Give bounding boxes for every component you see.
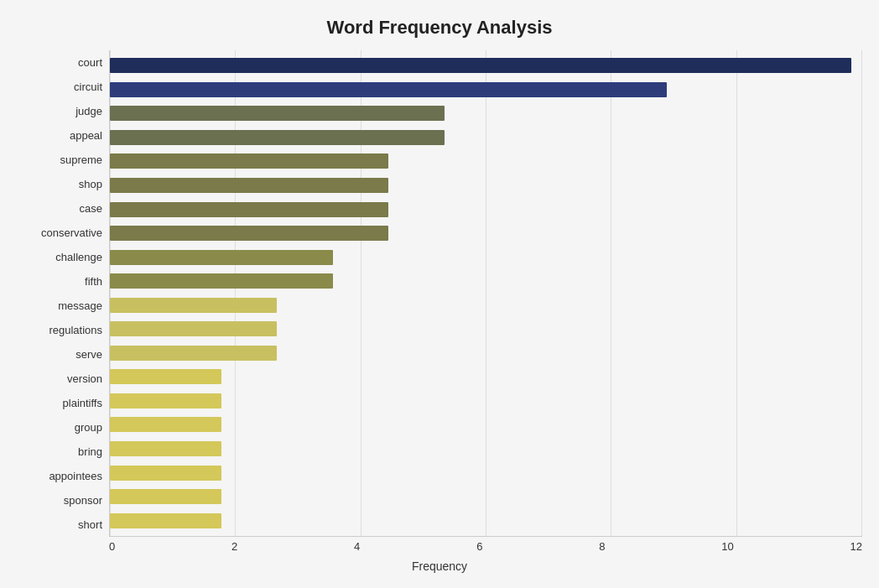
bar <box>110 466 221 481</box>
bar <box>110 250 333 265</box>
bar <box>110 130 445 145</box>
bar <box>110 513 221 528</box>
bar-row <box>110 367 862 386</box>
y-axis: courtcircuitjudgeappealsupremeshopcaseco… <box>17 50 109 537</box>
y-label: shop <box>79 174 102 195</box>
y-label: serve <box>75 344 102 366</box>
bar-row <box>110 296 862 315</box>
y-label: case <box>80 198 102 220</box>
y-label: court <box>78 52 102 74</box>
x-axis: Frequency <box>17 556 862 573</box>
y-label: judge <box>75 101 102 122</box>
bar-row <box>110 176 862 195</box>
y-label: sponsor <box>64 490 102 512</box>
bar-row <box>110 272 862 290</box>
bar-row <box>110 128 862 147</box>
chart-container: Word Frequency Analysis courtcircuitjudg… <box>0 0 879 588</box>
bar <box>110 393 221 408</box>
bar <box>110 321 277 336</box>
y-label: challenge <box>55 247 102 268</box>
x-tick: 2 <box>231 540 237 553</box>
bar-row <box>110 415 862 434</box>
y-label: fifth <box>85 271 102 293</box>
bar <box>110 489 221 504</box>
bar-row <box>110 224 862 242</box>
chart-area: courtcircuitjudgeappealsupremeshopcaseco… <box>17 50 862 537</box>
bar-row <box>110 104 862 122</box>
x-ticks: 024681012 <box>109 537 862 553</box>
x-tick: 0 <box>109 540 115 553</box>
x-axis-label: Frequency <box>412 559 467 573</box>
x-tick: 6 <box>476 540 482 553</box>
y-label: version <box>67 368 102 390</box>
y-label: circuit <box>74 76 102 98</box>
bar <box>110 58 851 73</box>
y-label: plaintiffs <box>63 393 102 414</box>
bar <box>110 178 388 193</box>
x-tick: 8 <box>599 540 605 553</box>
bar <box>110 202 388 217</box>
bar <box>110 106 445 121</box>
y-label: regulations <box>49 320 102 341</box>
bar <box>110 82 667 97</box>
bar-row <box>110 152 862 170</box>
bars-wrapper <box>110 50 862 536</box>
bar <box>110 417 221 432</box>
y-label: group <box>75 417 102 439</box>
bar-row <box>110 248 862 267</box>
bar <box>110 369 221 384</box>
x-tick: 4 <box>354 540 360 553</box>
bar-row <box>110 56 862 75</box>
bar-row <box>110 392 862 410</box>
bar <box>110 226 388 241</box>
bar <box>110 346 277 361</box>
y-label: bring <box>78 441 102 463</box>
bar-row <box>110 200 862 219</box>
bar-row <box>110 487 862 506</box>
bar <box>110 273 333 289</box>
bar-row <box>110 320 862 338</box>
bar <box>110 154 388 169</box>
y-label: appeal <box>70 125 102 147</box>
bar-row <box>110 344 862 362</box>
bar <box>110 298 277 313</box>
y-label: conservative <box>41 222 102 244</box>
y-label: supreme <box>60 149 102 171</box>
y-label: appointees <box>49 466 102 487</box>
bar <box>110 441 221 456</box>
bar-row <box>110 512 862 530</box>
bar-row <box>110 440 862 458</box>
y-label: message <box>58 295 102 317</box>
bar-row <box>110 464 862 482</box>
bar-row <box>110 81 862 99</box>
chart-title: Word Frequency Analysis <box>17 17 862 39</box>
x-tick: 10 <box>721 540 733 553</box>
y-label: short <box>78 514 102 536</box>
bars-and-grid <box>109 50 862 537</box>
x-tick: 12 <box>850 540 862 553</box>
